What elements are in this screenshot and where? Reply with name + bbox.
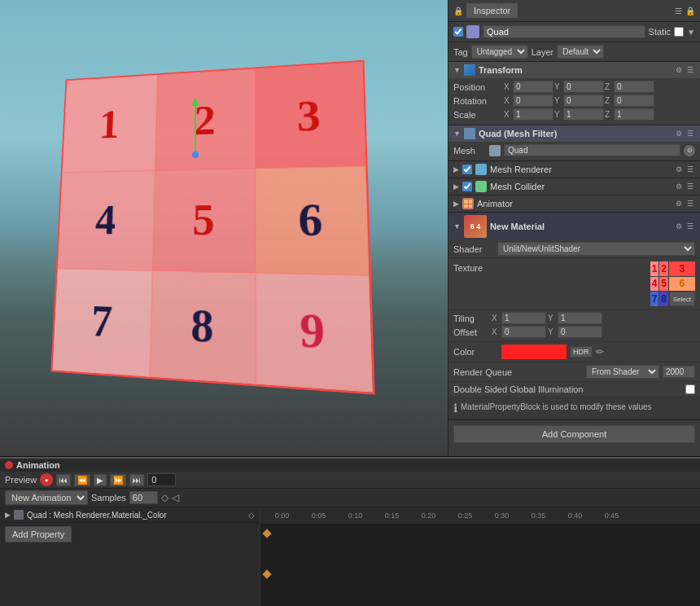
layer-dropdown[interactable]: Default xyxy=(557,45,604,59)
go-name-input[interactable] xyxy=(483,25,645,38)
anim-step-back-button[interactable]: ⏪ xyxy=(74,474,90,486)
mat-settings-icon[interactable]: ⚙ xyxy=(674,222,684,231)
animation-track-right[interactable]: 0:00 0:05 0:10 0:15 0:20 0:25 0:30 0:35 … xyxy=(260,507,700,606)
mat-menu-icon[interactable]: ☰ xyxy=(685,222,695,231)
eyedropper-icon[interactable]: ✏ xyxy=(596,346,604,358)
anim-step-start-button[interactable]: ⏮ xyxy=(56,474,71,486)
anim-step-end-button[interactable]: ⏭ xyxy=(129,474,144,486)
mesh-label: Mesh xyxy=(453,146,486,156)
static-dropdown-arrow[interactable]: ▼ xyxy=(687,28,695,37)
tex-num-4: 4 xyxy=(652,278,658,289)
mesh-value-input[interactable] xyxy=(504,144,680,156)
info-icon: ℹ xyxy=(453,402,457,415)
num-8: 8 xyxy=(190,298,214,354)
scale-z-input[interactable] xyxy=(614,108,654,121)
track-expand-icon: ▶ xyxy=(5,511,11,519)
transform-title: Transform xyxy=(479,65,671,75)
color-label: Color xyxy=(453,347,498,357)
transform-header[interactable]: ▼ Transform ⚙ ☰ xyxy=(448,62,700,78)
inspector-header: 🔒 Inspector ☰ 🔒 xyxy=(448,0,700,22)
add-property-button[interactable]: Add Property xyxy=(5,526,72,542)
rot-x-input[interactable] xyxy=(513,94,553,107)
add-component-button[interactable]: Add Component xyxy=(453,425,695,443)
qmf-fold-arrow: ▼ xyxy=(453,130,461,138)
inspector-tab[interactable]: Inspector xyxy=(466,3,518,18)
animation-record-button[interactable]: ● xyxy=(40,473,53,486)
track-key-icon[interactable]: ◇ xyxy=(248,511,255,520)
transform-settings-icon[interactable]: ⚙ xyxy=(674,66,684,74)
keyframe-start[interactable] xyxy=(262,529,271,538)
mesh-select-circle-btn[interactable]: ⊙ xyxy=(684,145,695,156)
timeline-header: 0:00 0:05 0:10 0:15 0:20 0:25 0:30 0:35 … xyxy=(260,507,700,524)
animator-row: ▶ Animator ⚙ ☰ xyxy=(448,195,700,213)
qmf-menu-icon[interactable]: ☰ xyxy=(685,130,695,138)
tex-cell-2: 2 xyxy=(659,261,667,276)
pos-x-input[interactable] xyxy=(513,81,553,93)
qmf-settings-icon[interactable]: ⚙ xyxy=(674,130,684,138)
grid-cell-7: 7 xyxy=(52,269,152,377)
texture-preview[interactable]: 1 2 3 4 5 6 7 8 Select xyxy=(650,261,695,306)
rot-y-input[interactable] xyxy=(563,94,604,107)
mr-active-checkbox[interactable] xyxy=(462,165,472,174)
shader-dropdown[interactable]: Unlit/NewUnlitShader xyxy=(497,242,695,256)
offset-y-input[interactable] xyxy=(558,326,602,338)
mc-settings-icon[interactable]: ⚙ xyxy=(674,182,684,191)
qmf-actions: ⚙ ☰ xyxy=(674,130,695,138)
anim-play-button[interactable]: ▶ xyxy=(94,474,107,486)
offset-row: Offset X Y xyxy=(453,326,695,338)
mc-menu-icon[interactable]: ☰ xyxy=(685,182,695,191)
render-queue-value-input[interactable] xyxy=(663,366,695,378)
static-label: Static xyxy=(649,27,672,37)
scale-x-input[interactable] xyxy=(513,108,553,121)
keyframe-end[interactable] xyxy=(262,569,271,578)
offset-x-coord: X xyxy=(492,326,546,338)
pos-z-input[interactable] xyxy=(614,81,654,93)
pos-y-input[interactable] xyxy=(563,81,604,93)
hdr-button[interactable]: HDR xyxy=(570,346,593,358)
quad-mesh-filter-header[interactable]: ▼ Quad (Mesh Filter) ⚙ ☰ xyxy=(448,125,700,142)
animator-settings-icon[interactable]: ⚙ xyxy=(674,200,684,208)
animation-counter-input[interactable] xyxy=(147,473,176,486)
go-active-checkbox[interactable] xyxy=(453,27,463,37)
double-sided-checkbox[interactable] xyxy=(685,384,695,394)
tag-dropdown[interactable]: Untagged xyxy=(471,45,528,59)
static-checkbox[interactable] xyxy=(674,27,684,37)
mc-active-checkbox[interactable] xyxy=(462,182,472,191)
samples-input[interactable] xyxy=(129,491,158,504)
material-section: ▼ 6 4 New Material ⚙ ☰ Shader Unlit/NewU… xyxy=(448,213,700,420)
pos-x-label: X xyxy=(504,82,512,91)
pos-z-label: Z xyxy=(605,82,613,91)
timeline-body[interactable] xyxy=(260,524,700,606)
animator-menu-icon[interactable]: ☰ xyxy=(685,200,695,208)
inspector-menu-icon[interactable]: ☰ xyxy=(675,7,682,15)
timeline-tick-area: 0:00 0:05 0:10 0:15 0:20 0:25 0:30 0:35 … xyxy=(260,512,630,520)
scale-y-input[interactable] xyxy=(563,108,604,121)
tiling-x-input[interactable] xyxy=(501,312,546,324)
animation-clip-dropdown[interactable]: New Animation xyxy=(5,490,88,505)
render-queue-dropdown[interactable]: From Shader xyxy=(586,365,659,379)
scene-view[interactable]: 1 2 3 4 5 6 7 8 9 xyxy=(0,0,448,456)
position-label: Position xyxy=(453,82,502,92)
add-keyframe-icon[interactable]: ◇ xyxy=(161,492,168,503)
mr-menu-icon[interactable]: ☰ xyxy=(685,165,695,173)
mc-fold-arrow: ▶ xyxy=(453,182,459,191)
anim-step-forward-button[interactable]: ⏩ xyxy=(110,474,126,486)
inspector-lock-toggle[interactable]: 🔒 xyxy=(685,7,695,15)
offset-x-input[interactable] xyxy=(501,326,546,338)
rot-z-input[interactable] xyxy=(614,94,654,107)
anim-fold-arrow: ▶ xyxy=(453,200,459,208)
record-keyframe-icon[interactable]: ◁ xyxy=(172,492,179,503)
tiling-y-input[interactable] xyxy=(558,312,602,324)
animation-track-item[interactable]: ▶ Quad : Mesh Renderer.Material._Color ◇ xyxy=(0,507,260,523)
num-6: 6 xyxy=(298,193,323,247)
color-swatch[interactable] xyxy=(501,345,567,359)
go-icon xyxy=(466,25,479,38)
transform-menu-icon[interactable]: ☰ xyxy=(685,66,695,74)
material-header: ▼ 6 4 New Material ⚙ ☰ xyxy=(448,213,700,240)
animation-clip-row: New Animation Samples ◇ ◁ xyxy=(0,489,700,507)
double-sided-section: Double Sided Global Illumination xyxy=(448,382,700,397)
mr-settings-icon[interactable]: ⚙ xyxy=(674,165,684,173)
tex-num-2: 2 xyxy=(661,263,667,274)
tex-select-btn[interactable]: Select xyxy=(669,292,695,306)
rot-z-label: Z xyxy=(605,96,613,105)
